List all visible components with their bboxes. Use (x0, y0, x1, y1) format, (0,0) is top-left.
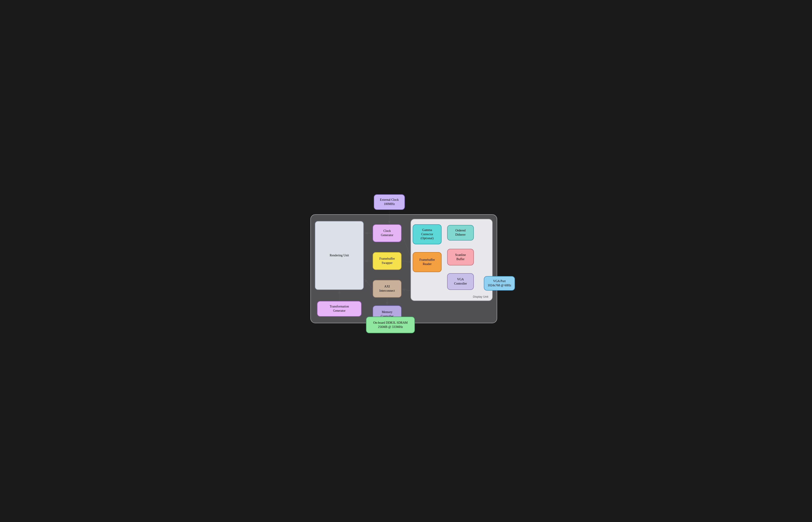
block-scanline-buffer: ScanlineBuffer (447, 249, 474, 265)
block-ordered-ditherer: OrderedDitherer (447, 225, 474, 241)
block-axi-interconnect: AXIInterconnect (373, 280, 402, 298)
ordered-ditherer-label: OrderedDitherer (455, 228, 466, 237)
block-rendering-unit: Rendering Unit (315, 221, 364, 290)
gamma-corrector-label: GammaCorrector(Optional) (421, 228, 433, 241)
block-framebuffer-reader: FramebufferReader (413, 252, 442, 272)
diagram-container: External Clock100MHz ClockGenerator Fram… (304, 192, 508, 330)
vga-port-label: VGA Port1024x768 @ 60Hz (488, 279, 511, 288)
ddr3-sdram-label: On-board DDR3L SDRAM256MB @ 333MHz (373, 321, 408, 329)
external-clock-label: External Clock100MHz (380, 198, 399, 206)
block-external-clock: External Clock100MHz (374, 194, 405, 210)
block-ddr3-sdram: On-board DDR3L SDRAM256MB @ 333MHz (366, 317, 415, 333)
block-vga-port: VGA Port1024x768 @ 60Hz (484, 276, 515, 290)
block-framebuffer-swapper: FramebufferSwapper (373, 252, 402, 270)
rendering-unit-label: Rendering Unit (330, 254, 349, 258)
transformation-gen-label: TransformationGenerator (330, 305, 349, 313)
block-transformation-generator: TransformationGenerator (317, 301, 362, 317)
vga-controller-label: VGAController (454, 278, 467, 286)
framebuffer-swapper-label: FramebufferSwapper (379, 257, 395, 265)
display-unit-label: Display Unit (473, 295, 488, 298)
scanline-buffer-label: ScanlineBuffer (455, 253, 466, 261)
clock-gen-label: ClockGenerator (381, 229, 393, 237)
block-clock-generator: ClockGenerator (373, 224, 402, 242)
block-gamma-corrector: GammaCorrector(Optional) (413, 224, 442, 244)
axi-interconnect-label: AXIInterconnect (379, 285, 395, 293)
framebuffer-reader-label: FramebufferReader (419, 258, 435, 266)
block-vga-controller: VGAController (447, 273, 474, 290)
